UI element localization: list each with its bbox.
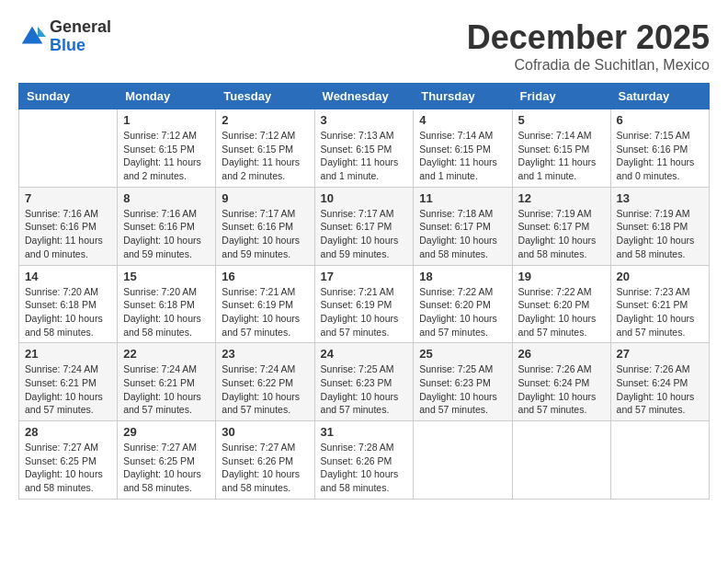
calendar-week-2: 7Sunrise: 7:16 AM Sunset: 6:16 PM Daylig… [19,187,710,265]
day-number: 20 [617,270,703,283]
day-info: Sunrise: 7:22 AM Sunset: 6:20 PM Dayligh… [518,285,605,339]
day-number: 31 [321,425,408,439]
calendar-cell: 30Sunrise: 7:27 AM Sunset: 6:26 PM Dayli… [216,421,314,500]
calendar-cell: 4Sunrise: 7:14 AM Sunset: 6:15 PM Daylig… [414,109,512,188]
calendar-cell: 2Sunrise: 7:12 AM Sunset: 6:15 PM Daylig… [216,109,314,188]
weekday-header-monday: Monday [118,84,216,109]
day-info: Sunrise: 7:14 AM Sunset: 6:15 PM Dayligh… [419,129,506,183]
title-block: December 2025 Cofradia de Suchitlan, Mex… [467,18,710,74]
calendar-cell: 21Sunrise: 7:24 AM Sunset: 6:21 PM Dayli… [19,343,118,421]
day-number: 4 [419,113,506,127]
calendar-cell: 9Sunrise: 7:17 AM Sunset: 6:16 PM Daylig… [216,187,314,265]
day-info: Sunrise: 7:13 AM Sunset: 6:15 PM Dayligh… [321,129,408,183]
day-info: Sunrise: 7:18 AM Sunset: 6:17 PM Dayligh… [419,207,506,261]
day-info: Sunrise: 7:24 AM Sunset: 6:21 PM Dayligh… [123,362,210,417]
day-info: Sunrise: 7:25 AM Sunset: 6:23 PM Dayligh… [321,362,408,417]
day-info: Sunrise: 7:24 AM Sunset: 6:22 PM Dayligh… [222,362,308,417]
day-info: Sunrise: 7:22 AM Sunset: 6:20 PM Dayligh… [419,285,506,339]
calendar-cell [414,421,512,500]
calendar-table: SundayMondayTuesdayWednesdayThursdayFrid… [18,83,710,500]
month-title: December 2025 [467,18,710,57]
day-number: 5 [518,113,605,127]
day-info: Sunrise: 7:19 AM Sunset: 6:17 PM Dayligh… [518,207,605,261]
calendar-cell: 1Sunrise: 7:12 AM Sunset: 6:15 PM Daylig… [118,109,216,188]
day-info: Sunrise: 7:14 AM Sunset: 6:15 PM Dayligh… [518,129,605,183]
day-number: 16 [222,270,308,283]
day-number: 7 [25,191,111,205]
weekday-header-sunday: Sunday [19,84,118,109]
calendar-cell: 15Sunrise: 7:20 AM Sunset: 6:18 PM Dayli… [118,265,216,343]
day-info: Sunrise: 7:20 AM Sunset: 6:18 PM Dayligh… [25,285,111,339]
day-number: 14 [25,270,111,283]
weekday-header-friday: Friday [512,84,610,109]
day-number: 3 [321,113,408,127]
day-info: Sunrise: 7:21 AM Sunset: 6:19 PM Dayligh… [222,285,308,339]
location: Cofradia de Suchitlan, Mexico [467,57,710,74]
calendar-cell: 20Sunrise: 7:23 AM Sunset: 6:21 PM Dayli… [610,265,709,343]
day-number: 28 [25,425,111,439]
day-info: Sunrise: 7:27 AM Sunset: 6:25 PM Dayligh… [123,441,210,495]
day-number: 2 [222,113,308,127]
day-info: Sunrise: 7:17 AM Sunset: 6:16 PM Dayligh… [222,207,308,261]
calendar-cell: 3Sunrise: 7:13 AM Sunset: 6:15 PM Daylig… [314,109,414,188]
calendar-cell: 23Sunrise: 7:24 AM Sunset: 6:22 PM Dayli… [216,343,314,421]
logo-icon [18,23,46,51]
calendar-cell: 6Sunrise: 7:15 AM Sunset: 6:16 PM Daylig… [610,109,709,188]
day-number: 26 [518,347,605,361]
day-number: 8 [123,191,210,205]
day-info: Sunrise: 7:27 AM Sunset: 6:26 PM Dayligh… [222,441,308,495]
day-number: 11 [419,191,506,205]
day-info: Sunrise: 7:16 AM Sunset: 6:16 PM Dayligh… [123,207,210,261]
calendar-cell: 22Sunrise: 7:24 AM Sunset: 6:21 PM Dayli… [118,343,216,421]
calendar-week-1: 1Sunrise: 7:12 AM Sunset: 6:15 PM Daylig… [19,109,710,188]
calendar-cell [19,109,118,188]
day-info: Sunrise: 7:28 AM Sunset: 6:26 PM Dayligh… [321,441,408,495]
svg-marker-1 [38,27,46,37]
page-header: General Blue December 2025 Cofradia de S… [18,18,710,74]
calendar-week-4: 21Sunrise: 7:24 AM Sunset: 6:21 PM Dayli… [19,343,710,421]
day-info: Sunrise: 7:25 AM Sunset: 6:23 PM Dayligh… [419,362,506,417]
day-info: Sunrise: 7:27 AM Sunset: 6:25 PM Dayligh… [25,441,111,495]
logo-text: General Blue [50,18,111,55]
logo: General Blue [18,18,111,55]
day-info: Sunrise: 7:20 AM Sunset: 6:18 PM Dayligh… [123,285,210,339]
calendar-cell: 27Sunrise: 7:26 AM Sunset: 6:24 PM Dayli… [610,343,709,421]
day-info: Sunrise: 7:15 AM Sunset: 6:16 PM Dayligh… [617,129,703,183]
day-number: 19 [518,270,605,283]
day-info: Sunrise: 7:16 AM Sunset: 6:16 PM Dayligh… [25,207,111,261]
weekday-header-saturday: Saturday [610,84,709,109]
day-number: 9 [222,191,308,205]
weekday-header-wednesday: Wednesday [314,84,414,109]
calendar-cell: 29Sunrise: 7:27 AM Sunset: 6:25 PM Dayli… [118,421,216,500]
day-number: 10 [321,191,408,205]
calendar-cell: 7Sunrise: 7:16 AM Sunset: 6:16 PM Daylig… [19,187,118,265]
calendar-cell: 12Sunrise: 7:19 AM Sunset: 6:17 PM Dayli… [512,187,610,265]
calendar-cell: 10Sunrise: 7:17 AM Sunset: 6:17 PM Dayli… [314,187,414,265]
day-number: 23 [222,347,308,361]
day-number: 6 [617,113,703,127]
day-number: 22 [123,347,210,361]
calendar-cell: 25Sunrise: 7:25 AM Sunset: 6:23 PM Dayli… [414,343,512,421]
day-number: 17 [321,270,408,283]
calendar-cell: 13Sunrise: 7:19 AM Sunset: 6:18 PM Dayli… [610,187,709,265]
calendar-cell: 17Sunrise: 7:21 AM Sunset: 6:19 PM Dayli… [314,265,414,343]
weekday-header-thursday: Thursday [414,84,512,109]
calendar-cell [512,421,610,500]
calendar-week-5: 28Sunrise: 7:27 AM Sunset: 6:25 PM Dayli… [19,421,710,500]
day-info: Sunrise: 7:21 AM Sunset: 6:19 PM Dayligh… [321,285,408,339]
calendar-cell: 31Sunrise: 7:28 AM Sunset: 6:26 PM Dayli… [314,421,414,500]
day-number: 13 [617,191,703,205]
weekday-header-row: SundayMondayTuesdayWednesdayThursdayFrid… [19,84,710,109]
day-info: Sunrise: 7:26 AM Sunset: 6:24 PM Dayligh… [518,362,605,417]
calendar-cell: 19Sunrise: 7:22 AM Sunset: 6:20 PM Dayli… [512,265,610,343]
day-info: Sunrise: 7:26 AM Sunset: 6:24 PM Dayligh… [617,362,703,417]
calendar-week-3: 14Sunrise: 7:20 AM Sunset: 6:18 PM Dayli… [19,265,710,343]
day-number: 1 [123,113,210,127]
day-number: 18 [419,270,506,283]
calendar-cell [610,421,709,500]
day-info: Sunrise: 7:12 AM Sunset: 6:15 PM Dayligh… [222,129,308,183]
day-number: 25 [419,347,506,361]
day-number: 24 [321,347,408,361]
calendar-cell: 5Sunrise: 7:14 AM Sunset: 6:15 PM Daylig… [512,109,610,188]
calendar-cell: 28Sunrise: 7:27 AM Sunset: 6:25 PM Dayli… [19,421,118,500]
